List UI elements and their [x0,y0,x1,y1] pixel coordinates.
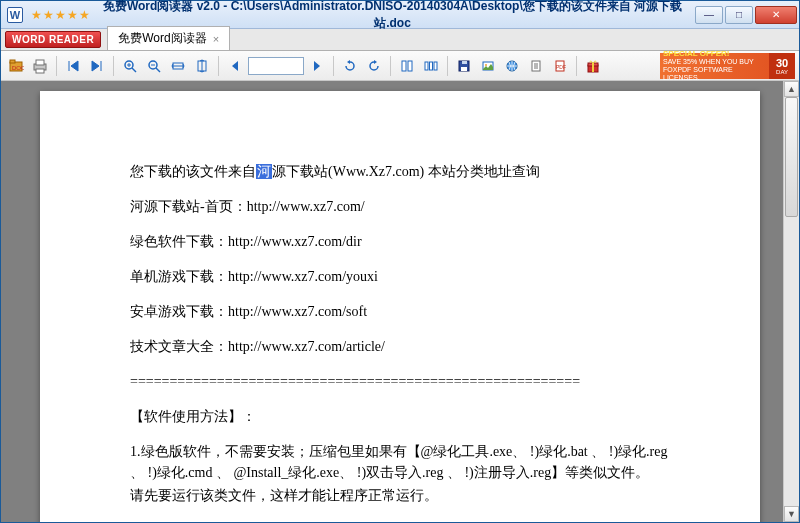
export-html-button[interactable] [501,55,523,77]
separator [390,56,391,76]
zoom-out-button[interactable] [143,55,165,77]
first-page-button[interactable] [62,55,84,77]
toolbar: DOC PDF SPECIAL OFFER! SAVE 35% WHEN [1,51,799,81]
open-icon: DOC [8,58,24,74]
text-line: 【软件使用方法】： [130,406,680,427]
titlebar: W ★ ★ ★ ★ ★ 免费Word阅读器 v2.0 - C:\Users\Ad… [1,1,799,29]
scroll-thumb[interactable] [785,97,798,217]
separator-line: ========================================… [130,371,680,392]
star-icon: ★ [55,8,66,22]
text-line: 请先要运行该类文件，这样才能让程序正常运行。 [130,485,680,506]
print-button[interactable] [29,55,51,77]
fit-width-button[interactable] [167,55,189,77]
page-number-input[interactable] [248,57,304,75]
tab-close-icon[interactable]: × [213,33,219,45]
fit-width-icon [171,59,185,73]
svg-rect-1 [10,60,15,63]
close-button[interactable]: ✕ [755,6,797,24]
maximize-button[interactable]: □ [725,6,753,24]
svg-text:DOC: DOC [12,65,24,71]
banner-day-badge: 30 DAY [769,53,795,79]
minimize-button[interactable]: — [695,6,723,24]
scroll-track[interactable] [784,97,799,506]
export-txt-button[interactable] [525,55,547,77]
fit-page-button[interactable] [191,55,213,77]
vertical-scrollbar[interactable]: ▲ ▼ [783,81,799,522]
document-page: 您下载的该文件来自河源下载站(Www.Xz7.com) 本站分类地址查询 河源下… [40,91,760,522]
layout-icon [400,59,414,73]
prev-icon [229,60,241,72]
prev-page-button[interactable] [224,55,246,77]
next-icon [311,60,323,72]
promo-banner[interactable]: SPECIAL OFFER! SAVE 35% WHEN YOU BUY FOX… [660,53,795,79]
star-icon: ★ [67,8,78,22]
star-icon: ★ [43,8,54,22]
svg-rect-17 [425,62,428,70]
html-icon [505,59,519,73]
text-line: 河源下载站-首页：http://www.xz7.com/ [130,196,680,217]
fit-page-icon [195,59,209,73]
next-page-button[interactable] [306,55,328,77]
rotate-left-button[interactable] [339,55,361,77]
svg-rect-22 [462,61,467,64]
scroll-up-button[interactable]: ▲ [784,81,799,97]
gift-button[interactable] [582,55,604,77]
text-line: 技术文章大全：http://www.xz7.com/article/ [130,336,680,357]
layout2-button[interactable] [420,55,442,77]
zoom-in-icon [123,59,137,73]
text-line: 1.绿色版软件，不需要安装；压缩包里如果有【@绿化工具.exe、 !)绿化.ba… [130,441,680,483]
export-image-button[interactable] [477,55,499,77]
txt-icon [529,59,543,73]
save-button[interactable] [453,55,475,77]
gift-icon [586,59,600,73]
image-icon [481,59,495,73]
export-pdf-button[interactable]: PDF [549,55,571,77]
svg-rect-18 [430,62,433,70]
layout-button[interactable] [396,55,418,77]
svg-rect-5 [36,69,44,73]
rotate-right-icon [367,59,381,73]
pdf-icon: PDF [553,59,567,73]
text-line: 安卓游戏下载：http://www.xz7.com/soft [130,301,680,322]
open-button[interactable]: DOC [5,55,27,77]
first-icon [66,59,80,73]
zoom-out-icon [147,59,161,73]
svg-rect-4 [36,60,44,65]
separator [56,56,57,76]
last-icon [90,59,104,73]
tabstrip: WORD READER 免费Word阅读器 × [1,29,799,51]
svg-rect-21 [461,67,467,71]
last-page-button[interactable] [86,55,108,77]
document-tab[interactable]: 免费Word阅读器 × [107,26,230,50]
svg-rect-15 [402,61,406,71]
zoom-in-button[interactable] [119,55,141,77]
separator [333,56,334,76]
print-icon [32,58,48,74]
document-viewport[interactable]: 您下载的该文件来自河源下载站(Www.Xz7.com) 本站分类地址查询 河源下… [1,81,799,522]
svg-rect-19 [434,62,437,70]
svg-text:PDF: PDF [556,64,566,70]
separator [218,56,219,76]
rating-stars: ★ ★ ★ ★ ★ [31,8,90,22]
scroll-down-button[interactable]: ▼ [784,506,799,522]
svg-line-11 [156,68,160,72]
banner-text: SPECIAL OFFER! SAVE 35% WHEN YOU BUY FOX… [660,50,769,82]
selection-highlight: 河 [256,164,272,179]
app-icon: W [7,7,23,23]
text-line: 绿色软件下载：http://www.xz7.com/dir [130,231,680,252]
rotate-left-icon [343,59,357,73]
text-line: 您下载的该文件来自河源下载站(Www.Xz7.com) 本站分类地址查询 [130,161,680,182]
svg-line-7 [132,68,136,72]
text-line: 单机游戏下载：http://www.xz7.com/youxi [130,266,680,287]
text-line: 2.安装好软件后，将注册机放在安装目录的文件夹内 [130,520,680,522]
separator [113,56,114,76]
star-icon: ★ [79,8,90,22]
layout-icon [424,59,438,73]
separator [576,56,577,76]
svg-point-24 [485,64,487,66]
separator [447,56,448,76]
star-icon: ★ [31,8,42,22]
rotate-right-button[interactable] [363,55,385,77]
svg-rect-16 [408,61,412,71]
save-icon [457,59,471,73]
